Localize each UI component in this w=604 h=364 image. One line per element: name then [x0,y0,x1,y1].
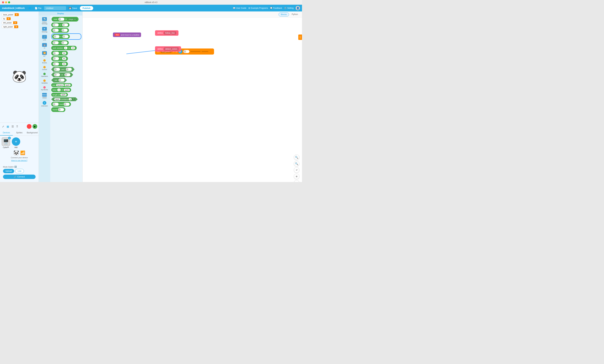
blocks-python-tabs: Blocks Python [278,12,300,16]
publish-button[interactable]: Publish [80,6,93,10]
block-or[interactable]: or [51,73,81,77]
workspace-header: Blocks Python [83,12,302,18]
cat-control[interactable]: Control [39,65,50,71]
zoom-out-btn[interactable]: 🔍 [294,161,299,166]
block-less[interactable]: < 50 [51,56,81,61]
reset-btn[interactable]: ↺ [294,167,299,173]
user-avatar[interactable]: 👤 [296,6,300,10]
dots-view-btn[interactable]: ⠿ [15,124,19,129]
canvas-block-define-detect[interactable]: define detect_colors [155,46,181,52]
main-layout: base_power 0 kp 0 left_power 0 right_pow… [0,12,302,182]
cat-my-blocks[interactable]: My Blocks [39,85,50,92]
device-remove-btn[interactable]: ✕ [8,137,11,139]
blocks-list: read in integer ▼ + [50,15,82,182]
upload-btn[interactable]: Upload [3,169,14,173]
device-thumb[interactable]: 🖥️ ✕ [2,137,10,146]
feedback-link[interactable]: 💬 Feedback [270,7,282,9]
add-device-btn[interactable]: + [12,137,20,146]
canvas-block-define-follow[interactable]: define follow_line [155,30,178,36]
var-base-power[interactable]: base_power 0 [2,13,19,16]
link-icon: 🔗 [14,176,16,178]
block-subtract[interactable]: - [51,28,81,33]
example-programs-link[interactable]: ⊞ Example Programs [248,7,268,9]
maximize-button[interactable] [8,1,10,3]
cyberpi-icon: 🖥️ [3,139,9,145]
setting-link[interactable]: ⚙️ Setting [284,7,294,9]
block-greater[interactable]: > 50 [51,51,81,56]
live-btn[interactable]: Live [15,169,24,173]
cat-lan[interactable]: 🔗 LAN [39,34,50,42]
block-read-wrapper: read in integer ▼ [51,16,81,22]
mode-switch: Mode Switch ℹ️ Upload Live 🔗 Connect [2,164,37,180]
cat-ai[interactable]: 🤖 AI [39,42,50,50]
cat-extension[interactable]: + extension [39,100,50,108]
tab-sprites[interactable]: Sprites [13,130,25,135]
tab-blocks[interactable]: Blocks [278,12,289,16]
device-label: CyberPi [3,146,9,148]
tab-devices[interactable]: Devices [0,130,13,135]
block-round[interactable]: round [51,107,81,112]
cat-events[interactable]: Events [39,58,50,65]
cat-my-blocks-icon [43,86,46,89]
var-left-power[interactable]: left_power 0 [2,21,17,24]
block-multiply-highlighted[interactable]: • [51,33,81,40]
block-join[interactable]: join banana apple [51,83,81,87]
connect-hint: Connect your device [2,157,37,158]
canvas-block-say[interactable]: stop and move to a newline [113,33,141,37]
tab-background[interactable]: Background [26,130,38,135]
var-kp[interactable]: kp 0 [2,17,11,20]
list-view-btn[interactable]: ☰ [11,124,14,129]
equals-btn[interactable]: = [294,180,299,182]
block-contains[interactable]: apple contains a ? [51,97,81,101]
globe-icon-btn[interactable]: 🌐 [27,6,32,10]
save-icon: 💾 [69,7,72,9]
read-toggle[interactable] [58,18,64,21]
code-toggle-btn[interactable]: </> [298,35,302,40]
cat-lan-icon: 🔗 [42,35,47,39]
block-read[interactable]: read in integer ▼ [51,17,78,22]
block-and[interactable]: and [51,67,81,72]
app-title: mBlock v5.4.3 [145,1,157,3]
block-letter-of[interactable]: letter 1 of apple [51,88,81,92]
palette-display-label: Display [39,12,82,15]
run-button[interactable]: ▶ [33,124,37,129]
stop-button[interactable] [27,124,32,129]
how-to-link[interactable]: How to use device? [11,159,27,161]
cat-sensing[interactable]: 👁 Sensing [39,26,50,34]
toggle-gt [53,52,59,55]
stretch-view-btn[interactable]: ⤢ [1,124,5,129]
cat-motion-sensing[interactable]: 📡 Motion Sensing [39,16,50,25]
grid-view-btn[interactable]: ▦ [6,124,10,129]
file-menu[interactable]: 📄 File [33,6,43,10]
close-button[interactable] [2,1,4,3]
block-not[interactable]: not [51,78,81,83]
block-length-of[interactable]: length of apple [51,93,81,97]
toggle-div-l [52,41,59,44]
project-title-input[interactable] [44,6,66,10]
file-icon: 📄 [35,7,38,9]
block-pick-random[interactable]: pick random 1 to 10 [51,46,81,50]
user-guide-link[interactable]: 📖 User Guide [233,7,246,9]
cat-operators[interactable]: Operators [39,72,50,78]
connect-btn[interactable]: 🔗 Connect [3,175,36,179]
save-button[interactable]: 💾 Save [67,6,78,10]
cat-ai-icon: 🤖 [42,43,47,47]
fit-btn[interactable]: ⊞ [294,174,299,179]
cat-variables[interactable]: Variables [39,78,50,85]
zoom-in-btn[interactable]: 🔍 [294,155,299,160]
title-bar: mBlock v5.4.3 [0,0,302,5]
block-mod[interactable]: mod [51,102,81,107]
var-right-power[interactable]: right_power 0 [2,25,18,28]
variables-section: base_power 0 kp 0 left_power 0 right_pow… [0,12,38,30]
minimize-button[interactable] [5,1,7,3]
gear-icon: ⚙️ [284,7,287,9]
block-equals[interactable]: = 50 [51,62,81,66]
cat-iot[interactable]: 📶 IoT [39,50,50,58]
block-divide[interactable]: / [51,40,81,45]
workspace-canvas[interactable]: define follow_line set left_power ▼ to ▶ [83,18,302,182]
view-toolbar: ⤢ ▦ ☰ ⠿ ▶ [0,122,38,130]
svg-line-0 [126,50,155,54]
block-add[interactable]: + [51,23,81,27]
tab-python[interactable]: Python [290,12,300,16]
cat-mbot2[interactable]: mBot2 mBot2 [39,92,50,100]
